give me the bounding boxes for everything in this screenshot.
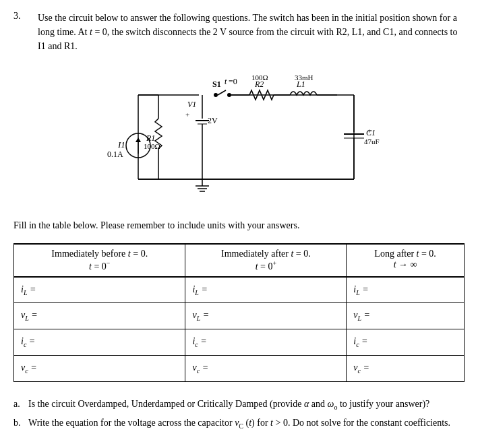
problem-header: 3. Use the circuit below to answer the f… <box>13 11 465 53</box>
cell-vc-long: vc = <box>347 356 465 382</box>
col-header-1: Immediately before t = 0. t = 0− <box>14 244 185 277</box>
svg-text:+: + <box>185 110 189 119</box>
cell-ic-after: ic = <box>185 329 347 356</box>
row-vl: vL = vL = vL = <box>14 303 465 329</box>
svg-text:+: + <box>367 127 371 135</box>
problem-text: Use the circuit below to answer the foll… <box>38 11 465 53</box>
cell-il-before: iL = <box>14 277 185 303</box>
fill-instruction: Fill in the table below. Please remember… <box>13 220 465 231</box>
question-b-label: b. <box>13 416 24 432</box>
svg-line-27 <box>218 90 226 95</box>
question-b-text: Write the equation for the voltage acros… <box>28 416 450 432</box>
svg-text:100Ω: 100Ω <box>251 73 268 82</box>
svg-text:=0: =0 <box>229 77 237 86</box>
cell-ic-before: ic = <box>14 329 185 356</box>
svg-text:R1: R1 <box>146 133 155 143</box>
circuit-diagram: I1 0.1A R1 100Ω 2V V1 <box>13 68 465 203</box>
svg-point-25 <box>214 93 218 97</box>
svg-text:2V: 2V <box>208 116 218 125</box>
question-a-label: a. <box>13 397 24 413</box>
svg-text:I1: I1 <box>117 139 125 150</box>
cell-vc-before: vc = <box>14 356 185 382</box>
cell-vc-after: vc = <box>185 356 347 382</box>
svg-text:t: t <box>225 77 227 86</box>
row-il: iL = iL = iL = <box>14 277 465 303</box>
cell-vl-before: vL = <box>14 303 185 329</box>
row-ic: ic = ic = ic = <box>14 329 465 356</box>
questions-section: a. Is the circuit Overdamped, Underdampe… <box>13 397 465 435</box>
cell-ic-long: ic = <box>347 329 465 356</box>
svg-text:0.1A: 0.1A <box>107 150 123 159</box>
problem-number: 3. <box>13 11 30 53</box>
cell-il-after: iL = <box>185 277 347 303</box>
svg-text:S1: S1 <box>212 79 221 89</box>
problem-container: 3. Use the circuit below to answer the f… <box>13 11 465 434</box>
question-a-text: Is the circuit Overdamped, Underdamped o… <box>28 397 429 413</box>
question-a: a. Is the circuit Overdamped, Underdampe… <box>13 397 465 413</box>
cell-vl-after: vL = <box>185 303 347 329</box>
svg-marker-7 <box>136 137 141 142</box>
cell-il-long: iL = <box>347 277 465 303</box>
col-header-3: Long after t = 0. t → ∞ <box>347 244 465 277</box>
col-header-2: Immediately after t = 0. t = 0+ <box>185 244 347 277</box>
svg-text:33mH: 33mH <box>295 73 313 82</box>
cell-vl-long: vL = <box>347 303 465 329</box>
svg-text:100Ω: 100Ω <box>144 142 160 150</box>
svg-text:V1: V1 <box>187 100 196 109</box>
svg-text:47uF: 47uF <box>364 137 380 146</box>
question-b: b. Write the equation for the voltage ac… <box>13 416 465 432</box>
row-vc: vc = vc = vc = <box>14 356 465 382</box>
answer-table: Immediately before t = 0. t = 0− Immedia… <box>13 243 465 382</box>
